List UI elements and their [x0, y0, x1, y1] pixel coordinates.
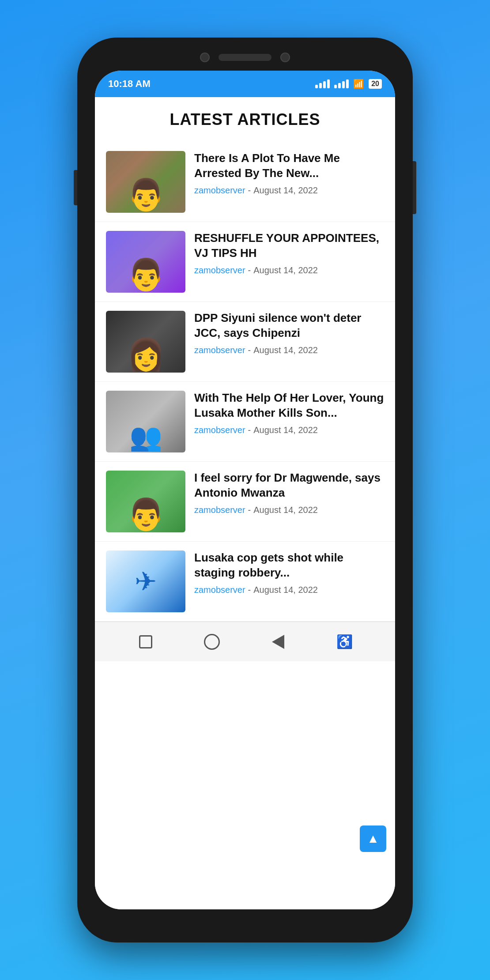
- article-thumbnail: [106, 231, 185, 293]
- article-headline: DPP Siyuni silence won't deter JCC, says…: [194, 311, 384, 341]
- article-headline: Lusaka cop gets shot while staging robbe…: [194, 550, 384, 580]
- page-title: LATEST ARTICLES: [95, 110, 395, 129]
- article-dash: -: [248, 425, 251, 435]
- camera-right: [280, 53, 290, 62]
- article-source: zamobserver: [194, 345, 245, 355]
- battery-indicator: 20: [369, 79, 382, 89]
- circle-icon: [204, 634, 220, 650]
- article-dash: -: [248, 585, 251, 595]
- side-button-left: [74, 170, 77, 205]
- wifi-icon: 📶: [353, 79, 364, 89]
- article-headline: RESHUFFLE YOUR APPOINTEES, VJ TIPS HH: [194, 231, 384, 261]
- speaker: [219, 54, 271, 61]
- article-meta: zamobserver-August 14, 2022: [194, 185, 384, 196]
- nav-accessibility-button[interactable]: ♿: [332, 629, 357, 654]
- article-list: There Is A Plot To Have Me Arrested By T…: [95, 142, 395, 622]
- article-item[interactable]: Lusaka cop gets shot while staging robbe…: [95, 542, 395, 622]
- scroll-top-button[interactable]: ▲: [360, 825, 386, 852]
- article-thumbnail: [106, 151, 185, 213]
- article-source: zamobserver: [194, 585, 245, 595]
- phone-screen: 10:18 AM 📶 20: [95, 71, 395, 909]
- article-date: August 14, 2022: [253, 185, 318, 196]
- bottom-nav: ♿: [95, 622, 395, 661]
- status-icons: 📶 20: [315, 79, 382, 89]
- article-date: August 14, 2022: [253, 505, 318, 515]
- article-dash: -: [248, 185, 251, 196]
- article-dash: -: [248, 345, 251, 355]
- square-icon: [139, 635, 152, 648]
- article-source: zamobserver: [194, 185, 245, 196]
- article-meta: zamobserver-August 14, 2022: [194, 265, 384, 275]
- article-item[interactable]: There Is A Plot To Have Me Arrested By T…: [95, 142, 395, 222]
- signal-bars-1: [315, 79, 330, 88]
- scroll-top-icon: ▲: [367, 832, 379, 846]
- article-meta: zamobserver-August 14, 2022: [194, 345, 384, 355]
- article-thumbnail: [106, 550, 185, 612]
- article-item[interactable]: I feel sorry for Dr Magwende, says Anton…: [95, 462, 395, 542]
- article-content: With The Help Of Her Lover, Young Lusaka…: [194, 391, 384, 435]
- phone-outer: 10:18 AM 📶 20: [77, 38, 413, 942]
- camera-left: [200, 53, 210, 62]
- article-item[interactable]: RESHUFFLE YOUR APPOINTEES, VJ TIPS HHzam…: [95, 222, 395, 302]
- article-content: RESHUFFLE YOUR APPOINTEES, VJ TIPS HHzam…: [194, 231, 384, 275]
- article-item[interactable]: DPP Siyuni silence won't deter JCC, says…: [95, 302, 395, 382]
- article-headline: There Is A Plot To Have Me Arrested By T…: [194, 151, 384, 181]
- article-dash: -: [248, 505, 251, 515]
- article-source: zamobserver: [194, 505, 245, 515]
- article-thumbnail: [106, 311, 185, 373]
- article-date: August 14, 2022: [253, 425, 318, 435]
- article-content: I feel sorry for Dr Magwende, says Anton…: [194, 471, 384, 515]
- article-dash: -: [248, 265, 251, 275]
- article-item[interactable]: With The Help Of Her Lover, Young Lusaka…: [95, 382, 395, 462]
- article-meta: zamobserver-August 14, 2022: [194, 425, 384, 435]
- article-date: August 14, 2022: [253, 585, 318, 595]
- article-thumbnail: [106, 471, 185, 532]
- phone-top-bar: [77, 38, 413, 77]
- battery-level: 20: [371, 80, 379, 88]
- nav-square-button[interactable]: [134, 629, 158, 654]
- accessibility-icon: ♿: [336, 634, 353, 649]
- article-date: August 14, 2022: [253, 265, 318, 275]
- back-icon: [272, 635, 284, 649]
- article-meta: zamobserver-August 14, 2022: [194, 505, 384, 515]
- article-headline: With The Help Of Her Lover, Young Lusaka…: [194, 391, 384, 421]
- side-button-right: [413, 161, 416, 214]
- article-meta: zamobserver-August 14, 2022: [194, 585, 384, 595]
- status-time: 10:18 AM: [108, 78, 151, 90]
- article-date: August 14, 2022: [253, 345, 318, 355]
- nav-home-button[interactable]: [200, 629, 224, 654]
- article-headline: I feel sorry for Dr Magwende, says Anton…: [194, 471, 384, 501]
- content-area[interactable]: LATEST ARTICLES There Is A Plot To Have …: [95, 97, 395, 909]
- article-source: zamobserver: [194, 425, 245, 435]
- signal-bars-2: [334, 79, 349, 88]
- article-content: There Is A Plot To Have Me Arrested By T…: [194, 151, 384, 196]
- article-thumbnail: [106, 391, 185, 452]
- article-content: DPP Siyuni silence won't deter JCC, says…: [194, 311, 384, 355]
- nav-back-button[interactable]: [266, 629, 290, 654]
- article-content: Lusaka cop gets shot while staging robbe…: [194, 550, 384, 595]
- article-source: zamobserver: [194, 265, 245, 275]
